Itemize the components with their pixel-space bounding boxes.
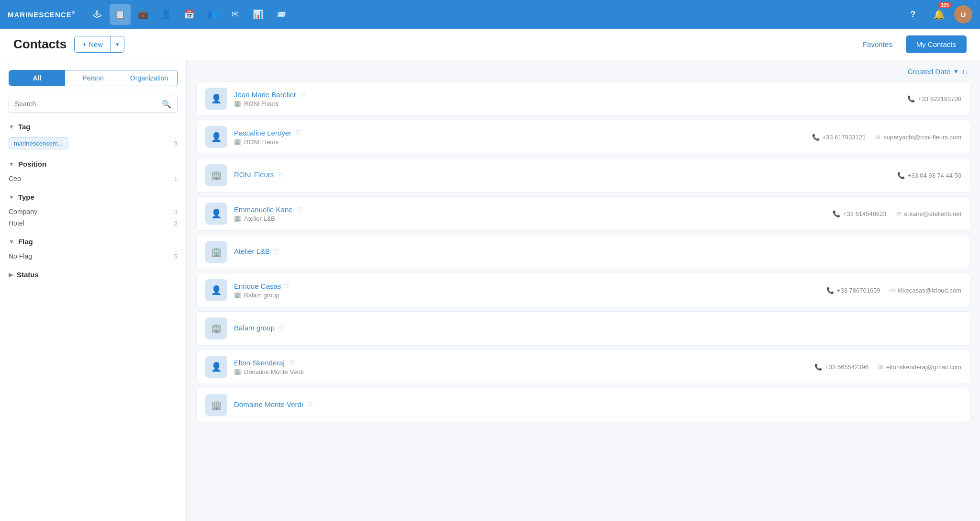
favorite-heart-icon[interactable]: ♡	[295, 129, 301, 136]
contact-meta: 📞 +33 614548923 ✉ e.kane@atelierlb.net	[833, 210, 961, 217]
favorite-heart-icon[interactable]: ♡	[289, 359, 295, 366]
contact-name-text: Jean Marie Barelier	[234, 91, 296, 99]
position-item-0[interactable]: Ceo	[9, 175, 21, 182]
tag-filter-header[interactable]: ▼ Tag	[9, 123, 178, 131]
contact-card[interactable]: 👤 Jean Marie Barelier ♡ 🏢 RONI Fleurs 📞 …	[196, 81, 970, 116]
search-icon[interactable]: 🔍	[156, 96, 177, 113]
phone-number: +33 614548923	[843, 210, 887, 217]
tab-all[interactable]: All	[9, 70, 65, 86]
topnav: MARINESCENCE® 🕹📋💼👤📅👥✉📊📨 ? 🔔 105 U	[0, 0, 980, 29]
favorite-heart-icon[interactable]: ♡	[297, 205, 303, 213]
phone-number: +33 665542396	[825, 363, 869, 371]
type-item-1[interactable]: Hotel	[9, 219, 24, 227]
contact-name-text: Balam group	[234, 324, 275, 332]
sort-arrows-icon[interactable]: ↑↓	[962, 68, 969, 75]
phone-number: +33 617933121	[823, 134, 866, 141]
status-filter-header[interactable]: ▶ Status	[9, 271, 178, 279]
contact-name: Emmanuelle Kane ♡	[234, 205, 826, 214]
tag-filter-row: marinescencem... 9	[9, 136, 178, 151]
contact-org: 🏢 Balam group	[234, 292, 820, 299]
favorite-heart-icon[interactable]: ♡	[300, 91, 306, 98]
contact-info: Balam group ♡	[234, 324, 955, 333]
contact-card[interactable]: 👤 Pascaline Leroyer ♡ 🏢 RONI Fleurs 📞 +3…	[196, 120, 970, 154]
org-icon: 🏢	[234, 215, 241, 222]
contact-name: RONI Fleurs ♡	[234, 170, 891, 179]
contact-card[interactable]: 🏢 Balam group ♡	[196, 311, 970, 346]
contact-info: Elton Skenderaj ♡ 🏢 Domaine Monte Verdi	[234, 359, 808, 375]
briefcase-icon[interactable]: 💼	[133, 4, 154, 25]
contact-name-text: Domaine Monte Verdi	[234, 400, 303, 408]
avatar[interactable]: U	[954, 5, 972, 23]
contact-avatar: 🏢	[205, 317, 227, 340]
contact-avatar: 🏢	[205, 241, 227, 263]
contact-meta: 📞 +33 622193700	[907, 95, 961, 102]
new-button-group[interactable]: + New ▾	[74, 36, 124, 53]
sort-bar: Created Date ▾ ↑↓	[196, 67, 970, 76]
new-button-chevron[interactable]: ▾	[111, 36, 124, 52]
contact-name-text: Emmanuelle Kane	[234, 205, 293, 214]
contact-avatar: 🏢	[205, 164, 227, 186]
search-input[interactable]	[9, 95, 156, 113]
phone-icon: 📞	[907, 95, 915, 102]
grid-icon[interactable]: 📋	[110, 4, 131, 25]
sort-by-created-date[interactable]: Created Date	[908, 68, 950, 76]
type-filter-header[interactable]: ▼ Type	[9, 193, 178, 201]
favorite-heart-icon[interactable]: ♡	[285, 282, 291, 290]
contact-meta: 📞 +33 617933121 ✉ superyacht@roni-fleurs…	[812, 134, 962, 141]
contact-avatar: 👤	[205, 356, 227, 378]
position-filter-header[interactable]: ▼ Position	[9, 160, 178, 168]
position-filter-row-0: Ceo 1	[9, 173, 178, 184]
favorites-button[interactable]: Favorites	[857, 36, 898, 52]
contact-info: RONI Fleurs ♡	[234, 170, 891, 180]
contact-card[interactable]: 🏢 Atelier L&B ♡	[196, 235, 970, 269]
org-icon: 🏢	[234, 368, 241, 375]
flag-filter-label: Flag	[18, 238, 33, 246]
mail-icon[interactable]: 📨	[270, 4, 291, 25]
contact-name: Pascaline Leroyer ♡	[234, 129, 805, 137]
notifications-button[interactable]: 🔔 105	[928, 4, 949, 25]
favorite-heart-icon[interactable]: ♡	[274, 248, 280, 255]
tab-organization[interactable]: Organization	[121, 70, 177, 86]
contact-email: ✉ e.kane@atelierlb.net	[896, 210, 961, 217]
flag-item-0[interactable]: No Flag	[9, 252, 32, 260]
speedometer-icon[interactable]: 🕹	[87, 4, 108, 25]
contact-card[interactable]: 👤 Emmanuelle Kane ♡ 🏢 Atelier L&B 📞 +33 …	[196, 196, 970, 231]
contact-card[interactable]: 👤 Enrique Casas ♡ 🏢 Balam group 📞 +33 78…	[196, 273, 970, 307]
flag-filter-header[interactable]: ▼ Flag	[9, 238, 178, 246]
status-filter-label: Status	[17, 271, 39, 279]
flag-count-0: 5	[174, 253, 178, 260]
chart-icon[interactable]: 📊	[247, 4, 268, 25]
calendar-icon[interactable]: 📅	[178, 4, 200, 25]
contact-phone: 📞 +33 622193700	[907, 95, 961, 102]
email-address: e.kane@atelierlb.net	[904, 210, 961, 217]
contact-card[interactable]: 👤 Elton Skenderaj ♡ 🏢 Domaine Monte Verd…	[196, 350, 970, 384]
tab-group: All Person Organization	[9, 70, 178, 86]
my-contacts-button[interactable]: My Contacts	[906, 35, 967, 53]
new-button[interactable]: + New	[75, 36, 111, 52]
contact-meta: 📞 +33 04 93 74 44 50	[897, 172, 961, 179]
email-address: eltonskenderaj@gmail.com	[886, 363, 961, 371]
email-icon: ✉	[890, 287, 895, 294]
status-chevron-icon: ▶	[9, 272, 13, 278]
contact-list: 👤 Jean Marie Barelier ♡ 🏢 RONI Fleurs 📞 …	[196, 81, 970, 422]
contact-org: 🏢 Atelier L&B	[234, 215, 826, 222]
contact-info: Domaine Monte Verdi ♡	[234, 400, 955, 410]
contact-card[interactable]: 🏢 Domaine Monte Verdi ♡	[196, 388, 970, 422]
type-count-1: 2	[174, 220, 178, 227]
favorite-heart-icon[interactable]: ♡	[278, 171, 284, 179]
tab-person[interactable]: Person	[65, 70, 121, 86]
message-icon[interactable]: ✉	[224, 4, 245, 25]
contact-email: ✉ superyacht@roni-fleurs.com	[875, 134, 961, 141]
favorite-heart-icon[interactable]: ♡	[307, 401, 313, 408]
help-button[interactable]: ?	[902, 4, 924, 25]
favorite-heart-icon[interactable]: ♡	[278, 324, 285, 332]
phone-number: +33 622193700	[918, 95, 961, 102]
contact-phone: 📞 +33 786761659	[826, 287, 880, 294]
type-item-0[interactable]: Company	[9, 208, 37, 215]
person-icon[interactable]: 👤	[156, 4, 177, 25]
contact-card[interactable]: 🏢 RONI Fleurs ♡ 📞 +33 04 93 74 44 50	[196, 158, 970, 193]
group-icon[interactable]: 👥	[201, 4, 223, 25]
contact-avatar: 👤	[205, 279, 227, 301]
tag-chip[interactable]: marinescencem...	[9, 137, 68, 149]
phone-number: +33 786761659	[837, 287, 880, 294]
